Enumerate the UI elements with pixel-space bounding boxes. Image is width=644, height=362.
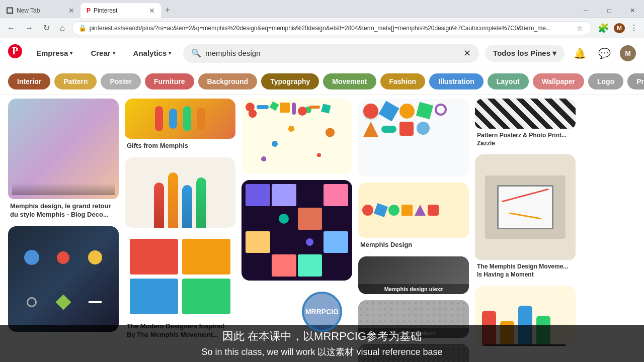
tab-favicon-pinterest: P [87,7,91,14]
menu-icon[interactable]: ⋮ [628,22,640,34]
pin-card-colorful-pattern[interactable] [242,99,352,174]
watermark-text: MRRPCIG [305,308,339,316]
pin-card-gifts-memphis[interactable]: Gifts from Memphis [125,99,235,151]
pinterest-nav: P Empresa ▾ Crear ▾ Analytics ▾ 🔍 memphi… [0,38,644,68]
pin-card-geo-shapes[interactable] [358,99,469,176]
nav-analytics-label: Analytics [133,49,167,57]
reload-button[interactable]: ↻ [40,21,53,35]
back-button[interactable]: ← [4,22,18,35]
minimize-button[interactable]: ─ [575,3,598,18]
search-icon: 🔍 [191,48,201,58]
pin-card-memphis-uiexz[interactable]: Memphis design uiexz [358,256,469,294]
tab-favicon: 🔲 [6,7,14,14]
pin-card-stripe-pattern[interactable]: Pattern Posterz & Photo Print... Zazzle [475,99,576,148]
crear-chevron-icon: ▾ [113,50,115,56]
nav-crear[interactable]: Crear ▾ [85,45,121,61]
pin-column-0: Memphis design, le grand retour du style… [8,99,119,362]
watermark-circle: MRRPCIG [302,292,342,332]
search-clear-icon[interactable]: ✕ [463,48,471,59]
search-input[interactable]: memphis design [205,49,459,57]
pin-column-3: Memphis Design Memphis design uiexz Memp… [358,99,469,362]
tab-label: New Tab [17,7,40,14]
pin-column-1: Gifts from Memphis [125,99,235,362]
search-bar[interactable]: 🔍 memphis design ✕ [183,44,479,63]
nav-right: 🔔 💬 M [571,44,636,62]
pill-logo[interactable]: Logo [588,73,623,89]
lock-icon: 🔒 [78,24,87,32]
message-button[interactable]: 💬 [595,44,614,62]
url-text: pinterest.es/search/pins/?rs=ac&len=2&q=… [90,25,572,32]
subtitle-english: So in this class, we will work 以这素材 visu… [201,346,442,358]
pin-label-memphis-interior: Memphis design, le grand retour du style… [8,199,119,220]
avatar[interactable]: M [620,45,636,61]
pill-movement[interactable]: Movement [323,73,376,89]
url-bar[interactable]: 🔒 pinterest.es/search/pins/?rs=ac&len=2&… [72,21,592,35]
pin-overlay-uiexz: Memphis design uiexz [358,284,469,294]
browser-frame: 🔲 New Tab ✕ P Pinterest ✕ + ─ □ ✕ ← → ↻ … [0,0,644,362]
pin-card-vases[interactable] [125,157,235,228]
pin-card-modern-designers[interactable]: The Modern Designers Inspired By The Mem… [125,234,235,340]
profile-icon[interactable]: M [614,23,625,33]
pin-column-4: Pattern Posterz & Photo Print... Zazzle [475,99,576,362]
content-wrapper: Memphis design, le grand retour du style… [0,95,644,362]
window-controls: ─ □ ✕ [575,3,644,18]
pill-furniture[interactable]: Furniture [145,73,194,89]
tab-close-pinterest[interactable]: ✕ [149,7,155,15]
new-tab-button[interactable]: + [161,5,175,16]
tab-new-tab[interactable]: 🔲 New Tab ✕ [0,3,80,18]
pill-background[interactable]: Background [198,73,258,89]
pill-poster[interactable]: Poster [101,73,141,89]
address-bar: ← → ↻ ⌂ 🔒 pinterest.es/search/pins/?rs=a… [0,18,644,38]
nav-crear-label: Crear [91,49,110,57]
nav-analytics[interactable]: Analytics ▾ [127,45,178,61]
forward-button[interactable]: → [22,22,36,35]
pin-label-gifts-memphis: Gifts from Memphis [125,139,235,151]
pill-layout[interactable]: Layout [488,73,529,89]
filter-label: Todos los Pines [493,49,550,57]
nav-empresa-label: Empresa [36,49,68,57]
tab-label-pinterest: Pinterest [94,7,117,14]
pin-label-memphis-moment: The Memphis Design Moveme... Is Having a… [475,260,576,280]
tab-pinterest[interactable]: P Pinterest ✕ [80,3,161,18]
maximize-button[interactable]: □ [598,3,621,18]
filter-button[interactable]: Todos los Pines ▾ [485,45,565,62]
analytics-chevron-icon: ▾ [169,50,171,56]
tab-close-new-tab[interactable]: ✕ [68,7,74,15]
notification-button[interactable]: 🔔 [571,44,589,62]
pill-pattern[interactable]: Pattern [54,73,97,89]
pin-card-desk-modern[interactable]: The Memphis Design Moveme... Is Having a… [475,154,576,280]
pill-typography[interactable]: Typography [261,73,319,89]
close-window-button[interactable]: ✕ [621,3,644,18]
home-button[interactable]: ⌂ [57,22,68,35]
pin-label-memphis-design: Memphis Design [358,238,469,250]
pill-products[interactable]: Products [627,73,644,89]
watermark: MRRPCIG [302,292,342,332]
filter-chevron-icon: ▾ [552,49,556,58]
pin-card-dark-abstract[interactable] [8,226,119,332]
pill-interior[interactable]: Interior [8,73,50,89]
empresa-chevron-icon: ▾ [70,50,72,56]
pill-fashion[interactable]: Fashion [380,73,426,89]
pill-illustration[interactable]: Illustration [429,73,484,89]
svg-text:P: P [12,45,18,56]
pill-wallpaper[interactable]: Wallpaper [533,73,584,89]
pin-card-memphis-design[interactable]: Memphis Design [358,183,469,250]
pin-card-dark-geo[interactable] [242,180,352,281]
nav-empresa[interactable]: Empresa ▾ [30,45,78,61]
pin-label-zazzle: Pattern Posterz & Photo Print... Zazzle [475,129,576,148]
extensions-icon[interactable]: 🧩 [596,22,611,35]
pin-card-memphis-interior[interactable]: Memphis design, le grand retour du style… [8,99,119,220]
category-bar: Interior Pattern Poster Furniture Backgr… [0,68,644,95]
pinterest-logo[interactable]: P [8,44,22,62]
pinterest-logo-svg: P [8,44,22,58]
bookmark-icon[interactable]: ☆ [575,23,585,33]
tab-bar: 🔲 New Tab ✕ P Pinterest ✕ + ─ □ ✕ [0,0,644,18]
